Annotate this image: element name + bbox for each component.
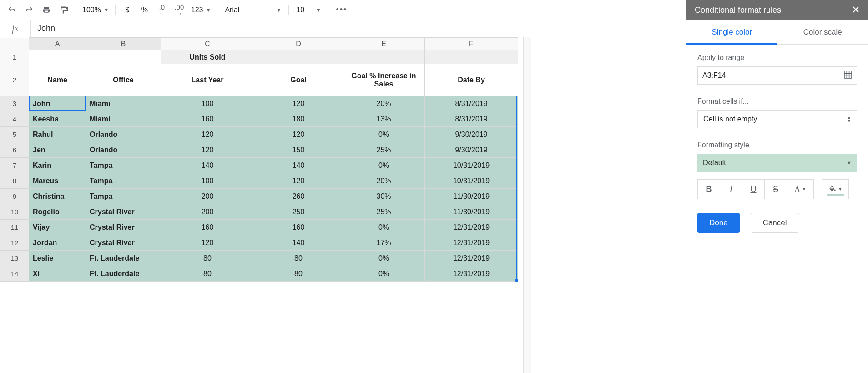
row-header-12[interactable]: 12 — [0, 235, 29, 251]
cell-F2[interactable]: Date By — [425, 64, 518, 96]
cell-C2[interactable]: Last Year — [161, 64, 254, 96]
style-default-select[interactable]: Default ▼ — [697, 154, 857, 172]
font-family-dropdown[interactable]: Arial▼ — [221, 6, 285, 14]
cell-E7[interactable]: 0% — [343, 158, 425, 173]
row-header-1[interactable]: 1 — [0, 50, 29, 64]
cell-B9[interactable]: Tampa — [86, 189, 161, 204]
row-header-8[interactable]: 8 — [0, 173, 29, 189]
cell-F11[interactable]: 12/31/2019 — [425, 220, 518, 235]
cell-A14[interactable]: Xi — [29, 266, 86, 282]
cell-E5[interactable]: 0% — [343, 127, 425, 142]
cell-A7[interactable]: Karin — [29, 158, 86, 173]
column-header-A[interactable]: A — [29, 38, 86, 50]
cell-B4[interactable]: Miami — [86, 111, 161, 127]
condition-select[interactable]: Cell is not empty ▲▼ — [697, 110, 857, 128]
done-button[interactable]: Done — [697, 213, 740, 233]
strikethrough-button[interactable]: S — [764, 179, 787, 199]
select-all-corner[interactable] — [0, 38, 29, 50]
cell-C7[interactable]: 140 — [161, 158, 254, 173]
cell-A5[interactable]: Rahul — [29, 127, 86, 142]
cell-C9[interactable]: 200 — [161, 189, 254, 204]
row-header-5[interactable]: 5 — [0, 127, 29, 142]
column-header-F[interactable]: F — [425, 38, 518, 50]
column-header-C[interactable]: C — [161, 38, 254, 50]
column-header-B[interactable]: B — [86, 38, 161, 50]
row-header-9[interactable]: 9 — [0, 189, 29, 204]
tab-color-scale[interactable]: Color scale — [777, 20, 868, 44]
cell-D2[interactable]: Goal — [254, 64, 343, 96]
column-header-D[interactable]: D — [254, 38, 343, 50]
cell-C8[interactable]: 100 — [161, 173, 254, 189]
zoom-dropdown[interactable]: 100%▼ — [80, 6, 111, 14]
cell-A8[interactable]: Marcus — [29, 173, 86, 189]
cell-B10[interactable]: Crystal River — [86, 204, 161, 220]
cell-A12[interactable]: Jordan — [29, 235, 86, 251]
cell-C10[interactable]: 200 — [161, 204, 254, 220]
paint-format-button[interactable] — [56, 2, 72, 18]
cell-C1[interactable]: Units Sold — [161, 50, 254, 64]
cell-D6[interactable]: 150 — [254, 142, 343, 158]
close-panel-button[interactable]: ✕ — [852, 4, 860, 16]
decrease-decimal-button[interactable]: .0← — [154, 2, 170, 18]
cell-F13[interactable]: 12/31/2019 — [425, 251, 518, 266]
cell-E12[interactable]: 17% — [343, 235, 425, 251]
row-header-6[interactable]: 6 — [0, 142, 29, 158]
cell-C3[interactable]: 100 — [161, 96, 254, 111]
cell-A6[interactable]: Jen — [29, 142, 86, 158]
cell-C5[interactable]: 120 — [161, 127, 254, 142]
cell-B7[interactable]: Tampa — [86, 158, 161, 173]
row-header-10[interactable]: 10 — [0, 204, 29, 220]
cell-E9[interactable]: 30% — [343, 189, 425, 204]
font-size-dropdown[interactable]: 10▼ — [293, 6, 324, 14]
cell-F3[interactable]: 8/31/2019 — [425, 96, 518, 111]
fill-color-button[interactable]: ▼ — [822, 179, 849, 199]
cell-E14[interactable]: 0% — [343, 266, 425, 282]
format-currency-button[interactable]: $ — [119, 2, 136, 18]
cell-B11[interactable]: Crystal River — [86, 220, 161, 235]
cell-D9[interactable]: 260 — [254, 189, 343, 204]
cell-E13[interactable]: 0% — [343, 251, 425, 266]
row-header-7[interactable]: 7 — [0, 158, 29, 173]
row-header-3[interactable]: 3 — [0, 96, 29, 111]
cell-A10[interactable]: Rogelio — [29, 204, 86, 220]
cell-A2[interactable]: Name — [29, 64, 86, 96]
underline-button[interactable]: U — [742, 179, 765, 199]
column-header-E[interactable]: E — [343, 38, 425, 50]
cell-E3[interactable]: 20% — [343, 96, 425, 111]
cell-F1[interactable] — [425, 50, 518, 64]
cell-C13[interactable]: 80 — [161, 251, 254, 266]
cell-F10[interactable]: 11/30/2019 — [425, 204, 518, 220]
cancel-button[interactable]: Cancel — [751, 213, 799, 233]
cell-A1[interactable] — [29, 50, 86, 64]
cell-B2[interactable]: Office — [86, 64, 161, 96]
cell-B5[interactable]: Orlando — [86, 127, 161, 142]
cell-D5[interactable]: 120 — [254, 127, 343, 142]
cell-D11[interactable]: 160 — [254, 220, 343, 235]
cell-B1[interactable] — [86, 50, 161, 64]
text-color-button[interactable]: A▼ — [787, 179, 814, 199]
cell-D12[interactable]: 140 — [254, 235, 343, 251]
cell-A3[interactable]: John — [29, 96, 86, 111]
cell-B12[interactable]: Crystal River — [86, 235, 161, 251]
cell-B6[interactable]: Orlando — [86, 142, 161, 158]
cell-D13[interactable]: 80 — [254, 251, 343, 266]
cell-E6[interactable]: 25% — [343, 142, 425, 158]
grid-select-icon[interactable] — [844, 71, 852, 81]
cell-E1[interactable] — [343, 50, 425, 64]
cell-E2[interactable]: Goal % Increase in Sales — [343, 64, 425, 96]
cell-F12[interactable]: 12/31/2019 — [425, 235, 518, 251]
bold-button[interactable]: B — [697, 179, 720, 199]
apply-to-range-input[interactable]: A3:F14 — [697, 66, 857, 85]
vertical-scrollbar[interactable] — [523, 37, 531, 373]
row-header-11[interactable]: 11 — [0, 220, 29, 235]
format-percent-button[interactable]: % — [136, 2, 153, 18]
row-header-13[interactable]: 13 — [0, 251, 29, 266]
cell-A11[interactable]: Vijay — [29, 220, 86, 235]
cell-A13[interactable]: Leslie — [29, 251, 86, 266]
row-header-2[interactable]: 2 — [0, 64, 29, 96]
increase-decimal-button[interactable]: .00→ — [171, 2, 187, 18]
cell-E10[interactable]: 25% — [343, 204, 425, 220]
tab-single-color[interactable]: Single color — [686, 20, 777, 44]
cell-C4[interactable]: 160 — [161, 111, 254, 127]
cell-C14[interactable]: 80 — [161, 266, 254, 282]
